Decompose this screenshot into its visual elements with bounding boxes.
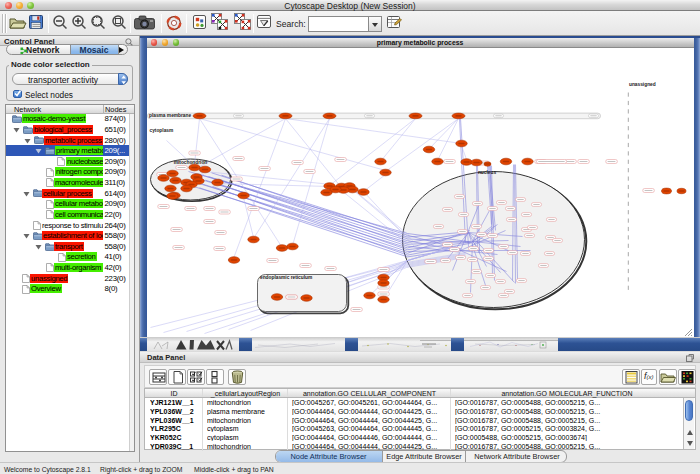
svg-text:unassigned: unassigned <box>629 82 656 87</box>
svg-text:cytoplasm: cytoplasm <box>149 128 173 133</box>
svg-text:plasma membrane: plasma membrane <box>149 113 191 118</box>
svg-text:mitochondrion: mitochondrion <box>173 160 207 165</box>
svg-text:nucleus: nucleus <box>477 170 495 175</box>
svg-text:endoplasmic reticulum: endoplasmic reticulum <box>260 275 312 280</box>
